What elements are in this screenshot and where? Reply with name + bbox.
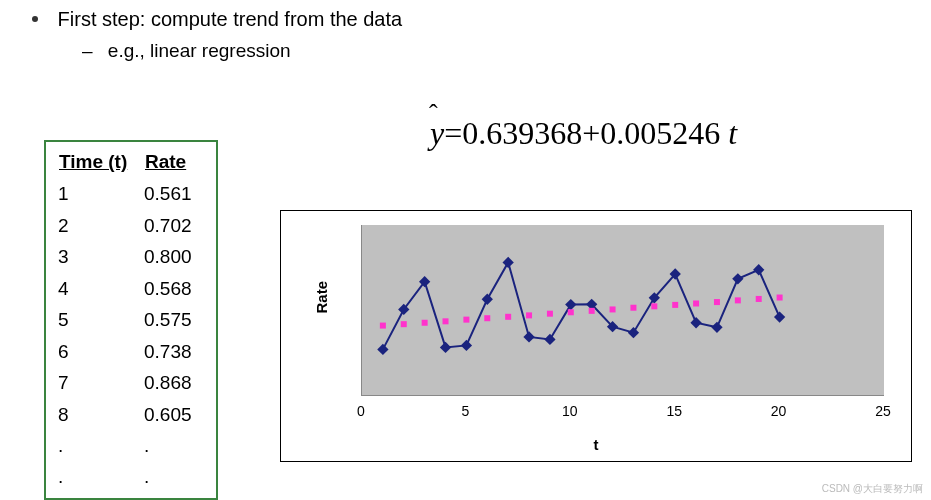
data-point-square <box>484 315 490 321</box>
data-point-diamond <box>461 340 472 351</box>
chart-svg <box>362 225 884 395</box>
cell-time: 7 <box>58 368 142 397</box>
table-header-time: Time (t) <box>58 146 142 177</box>
table-row: .. <box>58 431 204 460</box>
data-point-diamond <box>482 294 493 305</box>
table-row: 60.738 <box>58 337 204 366</box>
data-point-square <box>380 323 386 329</box>
data-point-diamond <box>628 327 639 338</box>
table-row: 70.868 <box>58 368 204 397</box>
x-tick-label: 10 <box>555 403 585 419</box>
table-row: 10.561 <box>58 179 204 208</box>
data-point-diamond <box>565 299 576 310</box>
cell-rate: 0.800 <box>144 242 204 271</box>
cell-time: . <box>58 431 142 460</box>
cell-rate: . <box>144 462 204 491</box>
data-table: Time (t) Rate 10.56120.70230.80040.56850… <box>44 140 218 500</box>
data-point-square <box>610 306 616 312</box>
data-point-square <box>630 305 636 311</box>
table-row: 40.568 <box>58 274 204 303</box>
data-point-diamond <box>544 334 555 345</box>
data-point-diamond <box>377 344 388 355</box>
plot-area <box>361 225 884 396</box>
chart-container: Rate 0510152025 t <box>280 210 912 462</box>
table-row: .. <box>58 462 204 491</box>
table-header-rate: Rate <box>144 146 204 177</box>
data-point-square <box>505 314 511 320</box>
cell-rate: 0.575 <box>144 305 204 334</box>
data-point-diamond <box>440 342 451 353</box>
sub-bullet: – e.g., linear regression <box>82 40 291 62</box>
data-point-square <box>526 312 532 318</box>
bullet-main: First step: compute trend from the data <box>32 8 402 31</box>
cell-time: . <box>58 462 142 491</box>
eq-eq: = <box>444 115 462 151</box>
data-point-square <box>547 311 553 317</box>
data-point-diamond <box>732 273 743 284</box>
data-point-diamond <box>711 322 722 333</box>
x-tick-label: 0 <box>346 403 376 419</box>
table-row: 80.605 <box>58 400 204 429</box>
x-tick-label: 20 <box>764 403 794 419</box>
data-point-square <box>735 297 741 303</box>
x-axis-label: t <box>281 436 911 453</box>
data-point-square <box>693 300 699 306</box>
cell-rate: 0.568 <box>144 274 204 303</box>
y-axis-label: Rate <box>313 281 330 314</box>
table-row: 20.702 <box>58 211 204 240</box>
dash-text: e.g., linear regression <box>108 40 291 61</box>
data-point-square <box>401 321 407 327</box>
cell-rate: 0.561 <box>144 179 204 208</box>
data-point-square <box>568 309 574 315</box>
data-point-square <box>651 303 657 309</box>
data-point-diamond <box>523 331 534 342</box>
cell-rate: 0.868 <box>144 368 204 397</box>
cell-time: 8 <box>58 400 142 429</box>
eq-a: 0.639368 <box>462 115 582 151</box>
data-point-square <box>714 299 720 305</box>
cell-time: 4 <box>58 274 142 303</box>
x-tick-label: 15 <box>659 403 689 419</box>
eq-b: 0.005246 <box>600 115 720 151</box>
data-point-diamond <box>503 257 514 268</box>
data-point-square <box>589 308 595 314</box>
watermark-text: CSDN @大白要努力啊 <box>822 482 923 496</box>
data-point-square <box>463 317 469 323</box>
data-point-diamond <box>753 264 764 275</box>
cell-rate: 0.738 <box>144 337 204 366</box>
data-point-diamond <box>690 317 701 328</box>
table-row: 50.575 <box>58 305 204 334</box>
bullet-dot-icon <box>32 16 38 22</box>
dash-icon: – <box>82 40 93 61</box>
data-point-square <box>672 302 678 308</box>
x-tick-label: 5 <box>450 403 480 419</box>
cell-time: 3 <box>58 242 142 271</box>
cell-time: 5 <box>58 305 142 334</box>
data-point-diamond <box>774 311 785 322</box>
data-point-square <box>777 295 783 301</box>
cell-time: 1 <box>58 179 142 208</box>
cell-rate: 0.605 <box>144 400 204 429</box>
eq-var: t <box>728 115 737 151</box>
cell-rate: 0.702 <box>144 211 204 240</box>
hat-symbol: ˆ <box>429 99 438 129</box>
cell-rate: . <box>144 431 204 460</box>
cell-time: 2 <box>58 211 142 240</box>
x-tick-label: 25 <box>868 403 898 419</box>
table-row: 30.800 <box>58 242 204 271</box>
data-point-square <box>756 296 762 302</box>
series-line <box>383 262 780 349</box>
bullet-text: First step: compute trend from the data <box>58 8 403 30</box>
eq-plus: + <box>582 115 600 151</box>
cell-time: 6 <box>58 337 142 366</box>
regression-equation: ˆ y=0.639368+0.005246 t <box>430 115 737 152</box>
data-point-square <box>443 318 449 324</box>
data-point-square <box>422 320 428 326</box>
